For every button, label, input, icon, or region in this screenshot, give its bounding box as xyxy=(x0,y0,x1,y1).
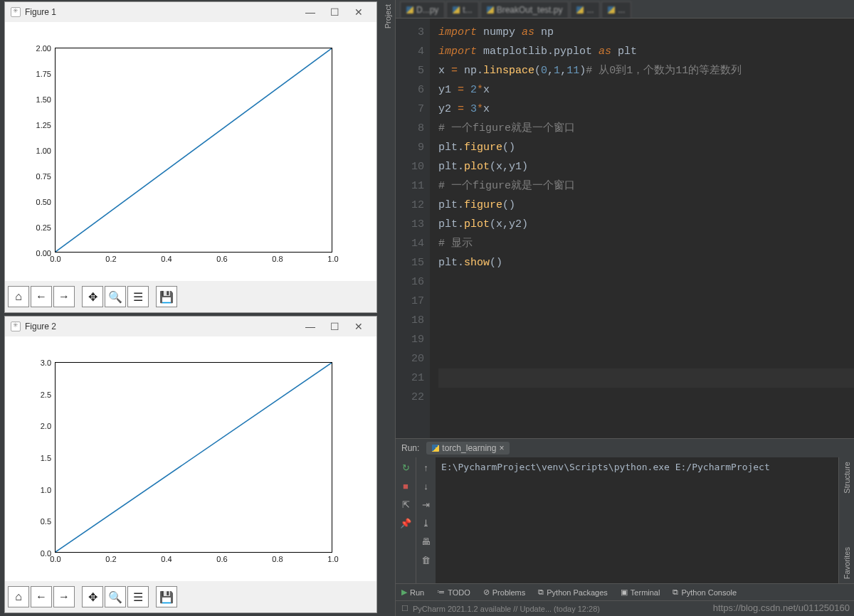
save-button[interactable]: 💾 xyxy=(156,286,177,307)
y-tick: 2.5 xyxy=(41,391,56,399)
forward-button[interactable]: → xyxy=(53,286,75,307)
structure-tool[interactable]: Structure xyxy=(843,462,851,494)
home-button[interactable]: ⌂ xyxy=(8,586,29,607)
scroll-icon[interactable]: ⤓ xyxy=(421,517,432,529)
figure1-titlebar[interactable]: Figure 1 — ☐ ✕ xyxy=(5,2,376,22)
x-tick: 0.0 xyxy=(50,252,60,263)
maximize-button[interactable]: ☐ xyxy=(322,6,347,18)
run-actions-secondary: ↑ ↓ ⇥ ⤓ 🖶 🗑 xyxy=(416,457,436,583)
figure2-titlebar[interactable]: Figure 2 — ☐ ✕ xyxy=(5,317,376,336)
close-button[interactable]: ✕ xyxy=(347,321,371,332)
python-icon xyxy=(576,6,584,14)
back-button[interactable]: ← xyxy=(31,586,52,607)
close-button[interactable]: ✕ xyxy=(347,6,371,18)
python-icon xyxy=(406,6,413,14)
y-tick: 0.75 xyxy=(36,172,56,181)
pan-button[interactable]: ✥ xyxy=(82,586,103,607)
pan-button[interactable]: ✥ xyxy=(82,286,103,307)
x-tick: 0.4 xyxy=(161,552,172,563)
packages-tool-button[interactable]: ⧉ Python Packages xyxy=(538,588,608,597)
run-label: Run: xyxy=(401,443,419,453)
zoom-button[interactable]: 🔍 xyxy=(105,586,126,607)
minimize-button[interactable]: — xyxy=(298,6,322,18)
x-tick: 0.4 xyxy=(161,252,172,263)
pin-icon[interactable]: 📌 xyxy=(400,517,411,529)
status-text[interactable]: PyCharm 2021.1.2 available // Update... … xyxy=(413,605,600,613)
code-editor[interactable]: 345678910111213141516171819202122 import… xyxy=(396,18,854,438)
x-tick: 0.2 xyxy=(105,552,116,563)
editor-tab[interactable]: ... xyxy=(601,1,631,18)
run-actions-primary: ↻ ■ ⇱ 📌 xyxy=(396,457,416,583)
configure-button[interactable]: ☰ xyxy=(127,586,149,607)
left-tool-stripe: Project xyxy=(380,0,396,616)
console-tool-button[interactable]: ⧉ Python Console xyxy=(673,588,737,597)
y-tick: 1.0 xyxy=(41,486,56,494)
editor-tab[interactable]: ... xyxy=(570,1,600,18)
run-tool-button[interactable]: ▶Run xyxy=(401,588,424,597)
zoom-button[interactable]: 🔍 xyxy=(105,286,126,307)
wrap-icon[interactable]: ⇥ xyxy=(421,499,432,510)
x-tick: 0.8 xyxy=(272,552,283,563)
python-icon xyxy=(432,445,439,452)
rerun-icon[interactable]: ↻ xyxy=(400,462,411,473)
run-config-tab[interactable]: torch_learning × xyxy=(426,442,510,455)
run-panel: Run: torch_learning × ↻ ■ ⇱ 📌 ↑ ↓ ⇥ ⤓ 🖶 … xyxy=(396,438,854,616)
x-tick: 0.6 xyxy=(216,252,227,263)
figure1-window: Figure 1 — ☐ ✕ 0.000.250.500.751.001.251… xyxy=(4,1,377,313)
editor-tabs: D...pyt...BreakOut_test.py...... xyxy=(396,0,854,18)
run-output[interactable]: E:\PycharmProject\venv\Scripts\python.ex… xyxy=(436,457,838,583)
y-tick: 0.25 xyxy=(36,223,56,232)
svg-line-0 xyxy=(56,48,332,252)
y-tick: 1.5 xyxy=(41,454,56,462)
figure2-window: Figure 2 — ☐ ✕ 0.00.51.01.52.02.53.00.00… xyxy=(4,316,377,613)
todo-tool-button[interactable]: ≔ TODO xyxy=(437,588,470,597)
stop-button[interactable]: ■ xyxy=(400,480,411,492)
save-button[interactable]: 💾 xyxy=(156,586,177,607)
y-tick: 0.5 xyxy=(41,517,56,526)
python-icon xyxy=(608,6,615,14)
forward-button[interactable]: → xyxy=(53,586,75,607)
y-tick: 3.0 xyxy=(41,359,56,367)
figure2-toolbar: ⌂ ← → ✥ 🔍 ☰ 💾 xyxy=(5,581,376,612)
x-tick: 0.8 xyxy=(272,252,283,263)
svg-line-1 xyxy=(56,363,332,552)
x-tick: 1.0 xyxy=(327,252,338,263)
code-area[interactable]: import numpy as npimport matplotlib.pypl… xyxy=(430,18,854,438)
home-button[interactable]: ⌂ xyxy=(8,286,29,307)
configure-button[interactable]: ☰ xyxy=(127,286,149,307)
x-tick: 0.0 xyxy=(50,552,60,563)
bottom-tool-bar: ▶Run ≔ TODO ⊘ Problems ⧉ Python Packages… xyxy=(396,583,854,600)
y-tick: 1.50 xyxy=(36,95,56,104)
figure1-toolbar: ⌂ ← → ✥ 🔍 ☰ 💾 xyxy=(5,281,376,312)
watermark: https://blog.csdn.net/u011250160 xyxy=(713,602,850,613)
print-icon[interactable]: 🖶 xyxy=(421,536,432,547)
y-tick: 1.00 xyxy=(36,147,56,155)
line-gutter: 345678910111213141516171819202122 xyxy=(396,18,430,438)
favorites-tool[interactable]: Favorites xyxy=(843,547,851,579)
exit-icon[interactable]: ⇱ xyxy=(400,499,411,510)
clear-icon[interactable]: 🗑 xyxy=(421,554,432,565)
down-icon[interactable]: ↓ xyxy=(421,480,432,492)
python-icon xyxy=(487,6,494,14)
editor-tab[interactable]: BreakOut_test.py xyxy=(480,1,569,18)
editor-tab[interactable]: t... xyxy=(446,1,478,18)
up-icon[interactable]: ↑ xyxy=(421,462,432,473)
figure1-plot: 0.000.250.500.751.001.251.501.752.000.00… xyxy=(5,22,376,281)
project-tool[interactable]: Project xyxy=(384,4,392,28)
x-tick: 0.6 xyxy=(216,552,227,563)
pycharm-window: Project D...pyt...BreakOut_test.py......… xyxy=(380,0,854,616)
editor-tab[interactable]: D...py xyxy=(400,1,445,18)
figure1-title: Figure 1 xyxy=(25,7,56,17)
figure-icon xyxy=(11,7,21,17)
figure-icon xyxy=(11,322,21,331)
back-button[interactable]: ← xyxy=(31,286,52,307)
minimize-button[interactable]: — xyxy=(298,321,322,332)
maximize-button[interactable]: ☐ xyxy=(322,321,347,332)
terminal-tool-button[interactable]: ▣ Terminal xyxy=(621,588,660,597)
figure2-title: Figure 2 xyxy=(25,322,56,331)
y-tick: 2.0 xyxy=(41,422,56,430)
figure2-plot: 0.00.51.01.52.02.53.00.00.20.40.60.81.0 xyxy=(5,336,376,581)
python-icon xyxy=(453,6,460,14)
problems-tool-button[interactable]: ⊘ Problems xyxy=(483,588,525,597)
y-tick: 1.25 xyxy=(36,121,56,129)
